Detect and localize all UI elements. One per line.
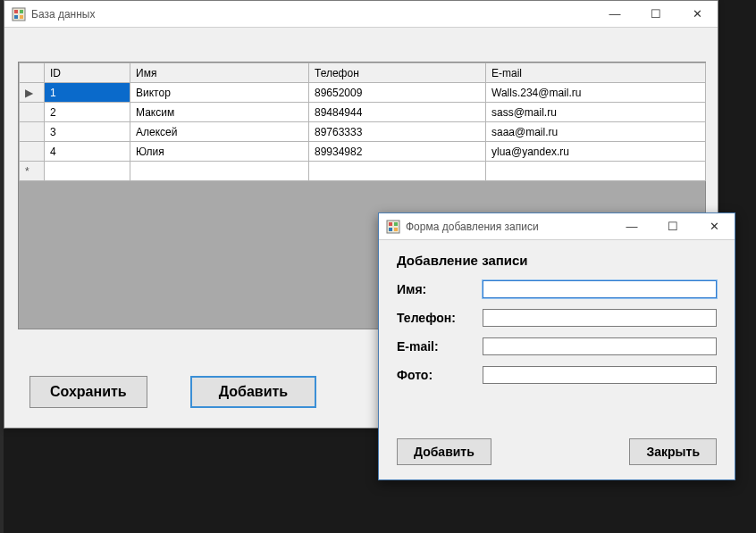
col-email[interactable]: E-mail [486, 63, 706, 83]
svg-rect-1 [14, 10, 18, 13]
table-row[interactable]: 3Алексей89763333saaa@mail.ru [20, 122, 706, 142]
tel-input[interactable] [483, 309, 717, 327]
main-titlebar[interactable]: База данных — ☐ ✕ [4, 1, 718, 28]
row-indicator [20, 122, 45, 142]
svg-rect-7 [394, 222, 398, 226]
name-label: Имя: [397, 282, 483, 296]
dialog-maximize-button[interactable]: ☐ [652, 213, 693, 240]
maximize-icon: ☐ [651, 7, 661, 21]
maximize-icon: ☐ [668, 220, 678, 233]
cell-id[interactable]: 3 [45, 122, 130, 142]
email-label: E-mail: [397, 339, 483, 354]
photo-label: Фото: [397, 368, 483, 382]
cell-tel[interactable]: 89763333 [309, 122, 486, 142]
col-name[interactable]: Имя [130, 63, 309, 83]
svg-rect-4 [20, 15, 23, 19]
maximize-button[interactable]: ☐ [635, 1, 676, 28]
cell-empty[interactable] [309, 162, 486, 181]
cell-tel[interactable]: 89484944 [309, 103, 486, 122]
cell-mail[interactable]: Walls.234@mail.ru [486, 83, 706, 103]
row-indicator [20, 103, 45, 122]
col-tel[interactable]: Телефон [309, 63, 486, 83]
cell-mail[interactable]: ylua@yandex.ru [486, 142, 706, 162]
cell-empty[interactable] [45, 162, 130, 181]
cell-empty[interactable] [130, 162, 309, 181]
cell-id[interactable]: 2 [45, 103, 130, 122]
table-row[interactable]: 4Юлия89934982ylua@yandex.ru [20, 142, 706, 162]
dialog-close-action-button[interactable]: Закрыть [629, 438, 717, 465]
svg-rect-8 [389, 228, 392, 231]
add-record-dialog: Форма добавления записи — ☐ ✕ Добавление… [378, 212, 735, 480]
dialog-minimize-button[interactable]: — [611, 213, 652, 240]
table-row[interactable]: ▶1Виктор89652009Walls.234@mail.ru [20, 83, 706, 103]
app-icon [386, 220, 400, 234]
svg-rect-2 [20, 10, 23, 13]
dialog-heading: Добавление записи [397, 253, 717, 268]
row-indicator [20, 142, 45, 162]
tel-label: Телефон: [397, 311, 483, 325]
minimize-button[interactable]: — [594, 1, 635, 28]
dialog-close-button[interactable]: ✕ [693, 213, 735, 240]
minimize-icon: — [626, 220, 638, 233]
svg-rect-9 [394, 228, 398, 231]
svg-rect-6 [389, 222, 392, 226]
cell-tel[interactable]: 89934982 [309, 142, 486, 162]
cell-mail[interactable]: sass@mail.ru [486, 103, 706, 122]
close-button[interactable]: ✕ [676, 1, 718, 28]
dialog-title: Форма добавления записи [406, 221, 539, 233]
row-indicator: ▶ [20, 83, 45, 103]
minimize-icon: — [609, 7, 621, 21]
col-id[interactable]: ID [45, 63, 130, 83]
main-window-title: База данных [31, 8, 95, 21]
cell-id[interactable]: 1 [45, 83, 130, 103]
grid-corner [20, 63, 45, 83]
cell-tel[interactable]: 89652009 [309, 83, 486, 103]
cell-name[interactable]: Максим [130, 103, 309, 122]
email-input[interactable] [483, 337, 717, 355]
close-icon: ✕ [693, 7, 702, 21]
table-new-row[interactable]: * [20, 162, 706, 181]
grid-header-row: ID Имя Телефон E-mail [20, 63, 706, 83]
cell-name[interactable]: Алексей [130, 122, 309, 142]
cell-name[interactable]: Виктор [130, 83, 309, 103]
dialog-titlebar[interactable]: Форма добавления записи — ☐ ✕ [379, 213, 735, 240]
new-row-indicator: * [20, 162, 45, 181]
svg-rect-3 [14, 15, 18, 19]
save-button[interactable]: Сохранить [29, 376, 147, 408]
dialog-add-button[interactable]: Добавить [397, 438, 491, 465]
cell-mail[interactable]: saaa@mail.ru [486, 122, 706, 142]
add-button[interactable]: Добавить [190, 376, 317, 408]
cell-id[interactable]: 4 [45, 142, 130, 162]
cell-empty[interactable] [486, 162, 706, 181]
name-input[interactable] [483, 280, 717, 298]
app-icon [12, 7, 26, 21]
photo-input[interactable] [483, 366, 717, 384]
close-icon: ✕ [710, 220, 719, 233]
cell-name[interactable]: Юлия [130, 142, 309, 162]
table-row[interactable]: 2Максим89484944sass@mail.ru [20, 103, 706, 122]
